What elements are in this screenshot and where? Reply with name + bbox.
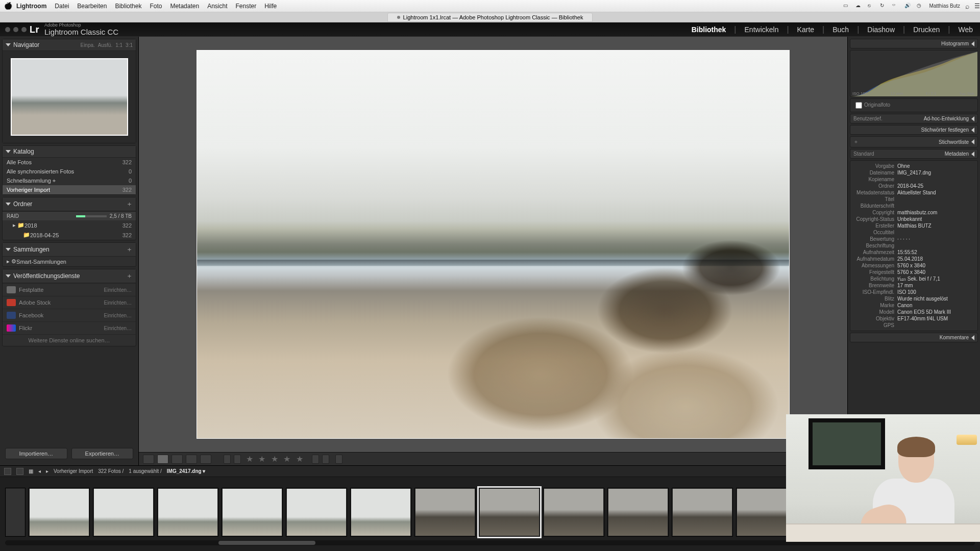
rotate-right-icon[interactable] (322, 455, 329, 464)
menu-hilfe[interactable]: Hilfe (260, 3, 281, 10)
filmstrip-thumb[interactable] (222, 488, 283, 537)
traffic-lights[interactable] (0, 27, 27, 32)
originalfoto-checkbox[interactable] (855, 102, 862, 109)
metadata-row[interactable]: Brennweite17 mm (853, 282, 974, 289)
add-collection-icon[interactable]: ＋ (126, 245, 133, 254)
menu-bibliothek[interactable]: Bibliothek (111, 3, 145, 10)
metadata-row[interactable]: ErstellerMatthias BUTZ (853, 222, 974, 229)
publish-service[interactable]: FacebookEinrichten… (3, 309, 136, 321)
filmstrip-thumb[interactable] (543, 488, 604, 537)
histogram-header[interactable]: Histogramm (850, 39, 978, 48)
rotate-left-icon[interactable] (312, 455, 319, 464)
filmstrip-thumb[interactable] (672, 488, 733, 537)
metadata-row[interactable]: BlitzWurde nicht ausgelöst (853, 295, 974, 302)
menu-datei[interactable]: Datei (51, 3, 73, 10)
folder-row[interactable]: 📁 2018-04-25322 (3, 230, 136, 240)
catalog-header[interactable]: Katalog (3, 146, 136, 158)
metadata-row[interactable]: Occultitel (853, 229, 974, 236)
export-button[interactable]: Exportieren… (71, 448, 134, 459)
status-icon[interactable]: ▭ (843, 3, 850, 10)
spotlight-icon[interactable] (965, 2, 969, 10)
loupe-view[interactable] (139, 37, 847, 452)
notification-center-icon[interactable] (974, 3, 980, 10)
menu-bearbeiten[interactable]: Bearbeiten (73, 3, 111, 10)
menu-fenster[interactable]: Fenster (232, 3, 261, 10)
metadata-row[interactable]: ObjektivEF17-40mm f/4L USM (853, 315, 974, 322)
metadata-row[interactable]: Beschriftung (853, 242, 974, 249)
filmstrip-thumb[interactable] (29, 488, 90, 537)
catalog-row[interactable]: Alle synchronisierten Fotos0 (3, 167, 136, 176)
menu-ansicht[interactable]: Ansicht (203, 3, 231, 10)
filmstrip-thumb[interactable] (5, 488, 26, 537)
metadata-row[interactable]: Freigestellt5760 x 3840 (853, 269, 974, 276)
metadata-row[interactable]: MetadatenstatusAktuellster Stand (853, 189, 974, 196)
catalog-row[interactable]: Schnellsammlung +0 (3, 176, 136, 185)
metadata-row[interactable]: Titel (853, 196, 974, 203)
publish-service[interactable]: Adobe StockEinrichten… (3, 296, 136, 309)
status-icon[interactable]: ☁ (855, 3, 863, 10)
grid-view-button[interactable] (143, 455, 154, 464)
module-diashow[interactable]: Diashow (867, 26, 895, 34)
menu-metadaten[interactable]: Metadaten (166, 3, 203, 10)
metadata-row[interactable]: Aufnahmedatum25.04.2018 (853, 256, 974, 262)
filmstrip-thumb[interactable] (157, 488, 218, 537)
metadata-row[interactable]: Bildunterschrift (853, 203, 974, 209)
slideshow-icon[interactable] (335, 455, 342, 464)
module-karte[interactable]: Karte (797, 26, 814, 34)
metadata-row[interactable]: Abmessungen5760 x 3840 (853, 262, 974, 269)
metadata-row[interactable]: VorgabeOhne (853, 163, 974, 169)
metadata-row[interactable]: DateinameIMG_2417.dng (853, 169, 974, 176)
publish-header[interactable]: Veröffentlichungsdienste＋ (3, 269, 136, 283)
quick-develop-header[interactable]: Benutzerdef.Ad-hoc-Entwicklung (850, 114, 978, 123)
zoom-fit[interactable]: Einpa. (80, 42, 94, 48)
metadata-row[interactable]: MarkeCanon (853, 302, 974, 309)
filmstrip-thumb[interactable] (350, 488, 411, 537)
forward-icon[interactable]: ▸ (46, 468, 48, 474)
status-icon[interactable]: ⎋ (868, 3, 875, 10)
metadata-row[interactable]: Kopiename (853, 176, 974, 183)
folder-row[interactable]: ▸ 📁 2018322 (3, 220, 136, 230)
back-icon[interactable]: ◂ (38, 468, 41, 474)
collections-header[interactable]: Sammlungen＋ (3, 243, 136, 257)
publish-service[interactable]: FestplatteEinrichten… (3, 283, 136, 296)
people-view-button[interactable] (200, 455, 211, 464)
apple-logo-icon[interactable] (4, 2, 12, 10)
comments-header[interactable]: Kommentare (850, 333, 978, 342)
metadata-row[interactable]: Ordner2018-04-25 (853, 183, 974, 189)
navigator-header[interactable]: Navigator Einpa. Ausfü. 1:1 3:1 (3, 39, 136, 51)
clock-icon[interactable]: ◷ (917, 3, 924, 10)
metadata-header[interactable]: StandardMetadaten (850, 149, 978, 159)
flag-pick-icon[interactable] (224, 455, 231, 464)
grid-tiny-icon[interactable]: ▦ (29, 468, 33, 474)
metadata-row[interactable]: Belichtung¹⁄₁₂₅ Sek. bei f / 7,1 (853, 276, 974, 282)
volume-icon[interactable]: 🔊 (904, 3, 912, 10)
module-web[interactable]: Web (958, 26, 973, 34)
metadata-row[interactable]: Copyrightmatthiasbutz.com (853, 209, 974, 216)
folders-header[interactable]: Ordner＋ (3, 197, 136, 211)
module-entwickeln[interactable]: Entwickeln (745, 26, 779, 34)
metadata-row[interactable]: GPS (853, 322, 974, 329)
volume-row[interactable]: RAID2,5 / 8 TB (3, 211, 136, 220)
metadata-row[interactable]: Aufnahmezeit15:55:52 (853, 249, 974, 256)
flag-reject-icon[interactable] (234, 455, 241, 464)
menu-foto[interactable]: Foto (145, 3, 166, 10)
metadata-row[interactable]: ModellCanon EOS 5D Mark III (853, 309, 974, 315)
metadata-row[interactable]: Bewertung· · · · · (853, 236, 974, 242)
window-tab[interactable]: Lightroom 1x1.lrcat — Adobe Photoshop Li… (387, 13, 593, 22)
filmstrip-thumb[interactable] (286, 488, 347, 537)
second-window-icon[interactable] (4, 468, 11, 475)
wifi-icon[interactable]: ⌔ (892, 3, 899, 10)
filmstrip-filename[interactable]: IMG_2417.dng ▾ (167, 468, 206, 474)
filmstrip-thumb[interactable] (414, 488, 476, 537)
zoom-3-1[interactable]: 3:1 (126, 42, 133, 48)
collection-row[interactable]: ▸ ⚙ Smart-Sammlungen (3, 257, 136, 266)
keywording-header[interactable]: Stichwörter festlegen (850, 125, 978, 135)
filmstrip-path[interactable]: Vorheriger Import (54, 468, 93, 474)
catalog-row-selected[interactable]: Vorheriger Import322 (3, 185, 136, 194)
import-button[interactable]: Importieren… (5, 448, 67, 459)
filmstrip-thumb-selected[interactable] (479, 488, 540, 537)
survey-view-button[interactable] (186, 455, 197, 464)
status-icon[interactable]: ↻ (880, 3, 887, 10)
filmstrip-thumb[interactable] (93, 488, 154, 537)
keywordlist-header[interactable]: ＋Stichwortliste (850, 136, 978, 147)
